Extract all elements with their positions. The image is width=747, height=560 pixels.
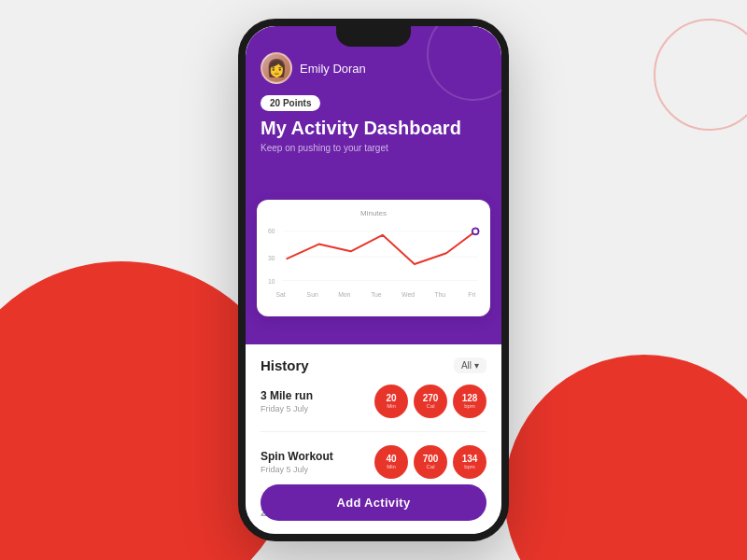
activity-info: 3 Mile run Friday 5 July — [261, 389, 313, 413]
bg-circle-top-right — [654, 19, 747, 131]
history-header: History All ▾ — [261, 357, 486, 373]
chevron-down-icon: ▾ — [474, 360, 479, 371]
chart-svg-wrapper: 60 30 10 — [264, 221, 483, 309]
bg-shape-right — [504, 355, 747, 560]
header-decorative-circle — [427, 26, 501, 101]
svg-text:60: 60 — [268, 228, 275, 234]
stat-circle-bpm: 134 bpm — [453, 445, 486, 479]
activity-date: Friday 5 July — [261, 465, 333, 474]
history-section: History All ▾ 3 Mile run Friday 5 July 2… — [246, 344, 501, 534]
activity-name: 3 Mile run — [261, 389, 313, 402]
phone-frame: 👩 Emily Doran 20 Points My Activity Dash… — [238, 19, 509, 541]
activity-date: Friday 5 July — [261, 404, 313, 413]
svg-text:Sat: Sat — [275, 291, 285, 298]
stat-circle-min: 40 Min — [374, 445, 408, 479]
chart-y-title: Minutes — [264, 209, 483, 217]
stat-circle-min: 20 Min — [374, 385, 408, 418]
svg-text:10: 10 — [268, 278, 275, 285]
activity-name: Spin Workout — [261, 450, 333, 463]
add-activity-button[interactable]: Add Activity — [261, 484, 486, 521]
svg-text:Sun: Sun — [307, 291, 318, 298]
activity-item: 3 Mile run Friday 5 July 20 Min 270 Cal … — [261, 385, 486, 432]
user-name: Emily Doran — [300, 62, 366, 76]
activity-stats: 20 Min 270 Cal 128 bpm — [374, 385, 486, 418]
svg-text:Thu: Thu — [434, 291, 445, 298]
phone-notch — [336, 26, 411, 47]
stat-circle-cal: 700 Cal — [414, 445, 447, 479]
svg-text:Wed: Wed — [402, 291, 415, 298]
svg-point-7 — [473, 229, 478, 233]
svg-text:30: 30 — [268, 255, 275, 261]
activity-stats: 40 Min 700 Cal 134 bpm — [374, 445, 486, 479]
activity-info: Spin Workout Friday 5 July — [261, 450, 333, 474]
svg-text:Tue: Tue — [371, 291, 382, 298]
add-activity-wrapper: Add Activity — [261, 484, 486, 521]
dashboard-subtitle: Keep on pushing to your target — [261, 143, 486, 153]
avatar: 👩 — [261, 52, 292, 84]
filter-button[interactable]: All ▾ — [454, 357, 486, 373]
points-badge: 20 Points — [261, 95, 320, 111]
stat-circle-cal: 270 Cal — [414, 385, 447, 418]
header-section: 👩 Emily Doran 20 Points My Activity Dash… — [246, 26, 501, 209]
avatar-image: 👩 — [266, 58, 287, 78]
history-title: History — [261, 357, 309, 373]
phone-content: 👩 Emily Doran 20 Points My Activity Dash… — [246, 26, 501, 534]
svg-text:Fri: Fri — [468, 291, 475, 298]
dashboard-title: My Activity Dashboard — [261, 117, 486, 139]
svg-text:Mon: Mon — [338, 291, 350, 298]
stat-circle-bpm: 128 bpm — [453, 385, 486, 418]
chart-container: Minutes 60 30 10 — [257, 200, 490, 316]
